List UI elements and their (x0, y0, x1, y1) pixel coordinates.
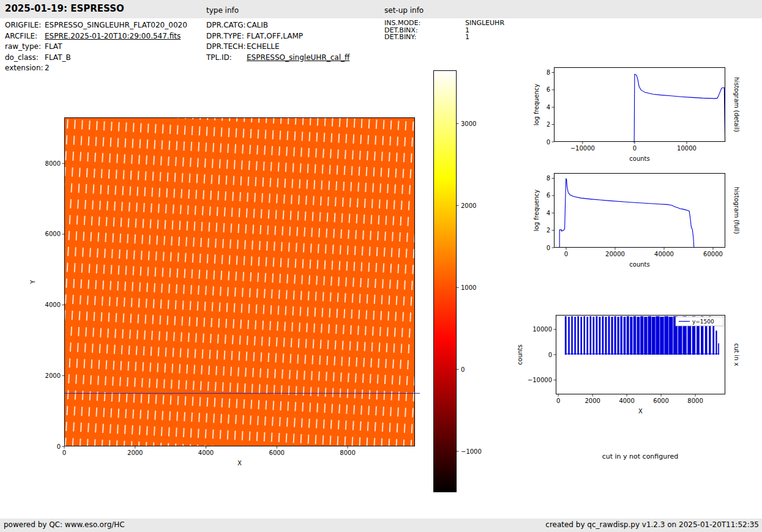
svg-text:0: 0 (633, 145, 637, 152)
qc-report-page: 2025-01-19: ESPRESSO type info set-up in… (0, 0, 762, 532)
setup-info-block: INS.MODE:SINGLEUHR DET.BINX:1 DET.BINY:1 (384, 20, 504, 41)
svg-text:0: 0 (564, 251, 568, 257)
svg-text:−10000: −10000 (528, 377, 552, 383)
svg-text:0: 0 (461, 366, 465, 373)
field-value: ECHELLE (247, 42, 280, 51)
svg-text:8000: 8000 (45, 160, 61, 167)
svg-text:Y: Y (29, 279, 36, 284)
svg-text:−1000: −1000 (461, 448, 482, 455)
histogram-full-plot: 020000400006000002468countslog frequency… (554, 173, 725, 248)
svg-text:4: 4 (547, 210, 550, 216)
svg-text:0: 0 (547, 139, 550, 146)
svg-text:2000: 2000 (127, 449, 143, 456)
svg-text:counts: counts (517, 344, 523, 364)
svg-text:2: 2 (547, 121, 550, 128)
svg-text:8: 8 (547, 69, 550, 76)
field-value: ESPRESSO_SINGLEUHR_FLAT020_0020 (45, 21, 187, 29)
svg-text:8: 8 (547, 175, 550, 182)
field-label: DPR.TYPE: (206, 31, 247, 42)
svg-text:6: 6 (547, 86, 550, 93)
svg-text:4000: 4000 (45, 301, 61, 308)
cut-in-x-plot: 02000400060008000−10000010000Xcountscut … (556, 315, 725, 394)
field-value: 2 (45, 64, 50, 72)
colorbar: 3000200010000−1000 (433, 70, 457, 492)
field-value: 1 (465, 33, 469, 41)
svg-text:2000: 2000 (585, 397, 600, 404)
cut-in-y-note: cut in y not configured (569, 453, 711, 460)
field-label: INS.MODE: (384, 20, 465, 27)
field-value: FLAT,OFF,LAMP (247, 32, 303, 40)
svg-text:20000: 20000 (605, 251, 625, 257)
svg-text:4: 4 (547, 104, 550, 111)
svg-text:3000: 3000 (461, 120, 476, 127)
histogram-detail-plot: −1000001000002468countslog frequencyhist… (554, 67, 725, 142)
svg-text:2: 2 (547, 227, 550, 234)
svg-text:40000: 40000 (654, 251, 674, 257)
svg-text:10000: 10000 (532, 326, 552, 333)
file-info-row: ARCFILE:ESPRE.2025-01-20T10:29:00.547.fi… (5, 31, 187, 42)
svg-text:0: 0 (556, 397, 560, 404)
field-label: do_class: (5, 53, 45, 64)
svg-text:−10000: −10000 (570, 145, 595, 152)
field-label: raw_type: (5, 42, 45, 53)
svg-text:histogram (full): histogram (full) (733, 187, 740, 234)
svg-text:6: 6 (547, 192, 550, 199)
footer-powered-by: powered by QC: www.eso.org/HC (4, 520, 125, 529)
field-label: DPR.TECH: (206, 42, 247, 53)
svg-text:4000: 4000 (198, 449, 214, 456)
svg-text:log frequency: log frequency (533, 190, 540, 232)
type-info-block: DPR.CATG:CALIB DPR.TYPE:FLAT,OFF,LAMP DP… (206, 20, 349, 63)
field-value: CALIB (247, 21, 268, 29)
field-label: TPL.ID: (206, 53, 247, 64)
file-info-row: ORIGFILE:ESPRESSO_SINGLEUHR_FLAT020_0020 (5, 20, 187, 31)
file-info-block: ORIGFILE:ESPRESSO_SINGLEUHR_FLAT020_0020… (5, 20, 187, 74)
svg-text:X: X (237, 460, 242, 467)
field-label: DPR.CATG: (206, 20, 247, 31)
svg-text:60000: 60000 (703, 251, 723, 257)
tpl-id-link[interactable]: ESPRESSO_singleUHR_cal_ff (247, 53, 349, 62)
svg-text:2000: 2000 (461, 202, 476, 209)
type-info-row: TPL.ID:ESPRESSO_singleUHR_cal_ff (206, 53, 349, 64)
svg-text:0: 0 (62, 449, 66, 456)
svg-text:4000: 4000 (619, 397, 634, 404)
svg-text:counts: counts (629, 155, 649, 162)
field-label: DET.BINY: (384, 34, 465, 41)
svg-text:0: 0 (57, 443, 61, 450)
svg-text:6000: 6000 (45, 231, 61, 237)
raw-image-plot: 0200040006000800002000400060008000XY (64, 117, 415, 446)
page-title: 2025-01-19: ESPRESSO (5, 3, 124, 14)
type-info-row: DPR.CATG:CALIB (206, 20, 349, 31)
type-info-row: DPR.TYPE:FLAT,OFF,LAMP (206, 31, 349, 42)
svg-text:histogram (detail): histogram (detail) (733, 77, 740, 132)
svg-text:10000: 10000 (677, 145, 697, 152)
type-info-row: DPR.TECH:ECHELLE (206, 42, 349, 53)
field-label: ARCFILE: (5, 31, 45, 42)
file-info-row: raw_type:FLAT (5, 42, 187, 53)
svg-text:0: 0 (547, 245, 550, 251)
svg-text:2000: 2000 (45, 372, 61, 379)
field-value: FLAT_B (45, 53, 71, 62)
svg-text:cut in x: cut in x (733, 343, 740, 366)
type-info-heading: type info (206, 6, 239, 15)
svg-text:8000: 8000 (340, 449, 355, 456)
setup-info-row: INS.MODE:SINGLEUHR (384, 20, 504, 27)
svg-text:y=1500: y=1500 (692, 319, 714, 325)
header-bar: 2025-01-19: ESPRESSO type info set-up in… (0, 0, 762, 18)
svg-text:1000: 1000 (461, 284, 476, 291)
field-value: FLAT (45, 42, 62, 51)
field-value: SINGLEUHR (465, 19, 504, 27)
svg-text:0: 0 (548, 352, 552, 358)
svg-text:X: X (638, 408, 643, 415)
svg-text:8000: 8000 (687, 397, 703, 404)
svg-text:6000: 6000 (269, 449, 285, 456)
file-info-row: extension:2 (5, 63, 187, 74)
svg-text:log frequency: log frequency (533, 84, 540, 126)
footer-created-by: created by qc_rawdisp.py v1.2.3 on 2025-… (545, 520, 759, 529)
field-label: ORIGFILE: (5, 20, 45, 31)
setup-info-heading: set-up info (384, 6, 424, 15)
setup-info-row: DET.BINY:1 (384, 34, 504, 41)
footer-bar: powered by QC: www.eso.org/HC created by… (0, 519, 762, 532)
svg-text:6000: 6000 (653, 397, 668, 404)
field-label: extension: (5, 63, 45, 74)
arcfile-link[interactable]: ESPRE.2025-01-20T10:29:00.547.fits (45, 32, 181, 40)
